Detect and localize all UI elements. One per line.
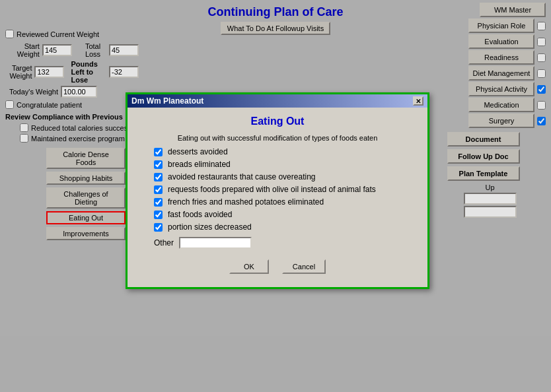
cancel-button[interactable]: Cancel bbox=[282, 259, 326, 274]
breads-checkbox[interactable] bbox=[154, 160, 163, 169]
dialog-title: Dm Wm Planeatout bbox=[131, 96, 203, 106]
dialog-main-title: Eating Out bbox=[141, 115, 414, 127]
fast-foods-checkbox[interactable] bbox=[154, 211, 163, 219]
list-item: avoided restaurants that cause overeatin… bbox=[141, 172, 414, 181]
fast-foods-label: fast foods avoided bbox=[168, 210, 232, 219]
list-item: breads eliminated bbox=[141, 160, 414, 169]
other-input[interactable] bbox=[179, 237, 252, 249]
portion-sizes-label: portion sizes decreased bbox=[168, 222, 252, 232]
restaurants-checkbox[interactable] bbox=[154, 173, 163, 181]
list-item: portion sizes decreased bbox=[141, 222, 414, 232]
list-item: requests foods prepared with olive oil i… bbox=[141, 185, 414, 194]
dialog-subtitle: Eating out with successful modification … bbox=[141, 134, 414, 142]
other-label: Other bbox=[154, 238, 174, 247]
list-item: desserts avoided bbox=[141, 147, 414, 156]
olive-oil-label: requests foods prepared with olive oil i… bbox=[168, 185, 376, 194]
olive-oil-checkbox[interactable] bbox=[154, 185, 163, 194]
eating-out-dialog: Dm Wm Planeatout ✕ Eating Out Eating out… bbox=[126, 92, 429, 289]
dialog-titlebar: Dm Wm Planeatout ✕ bbox=[128, 94, 427, 108]
list-item: fast foods avoided bbox=[141, 210, 414, 219]
desserts-label: desserts avoided bbox=[168, 147, 228, 156]
ok-button[interactable]: OK bbox=[229, 259, 269, 274]
fries-checkbox[interactable] bbox=[154, 198, 163, 207]
desserts-checkbox[interactable] bbox=[154, 148, 163, 156]
dialog-content: Eating Out Eating out with successful mo… bbox=[128, 108, 427, 287]
breads-label: breads eliminated bbox=[168, 160, 231, 169]
list-item: french fries and mashed potatoes elimina… bbox=[141, 197, 414, 207]
dialog-buttons: OK Cancel bbox=[141, 259, 414, 274]
portion-sizes-checkbox[interactable] bbox=[154, 223, 163, 232]
fries-label: french fries and mashed potatoes elimina… bbox=[168, 197, 324, 207]
restaurants-label: avoided restaurants that cause overeatin… bbox=[168, 172, 315, 181]
dialog-close-button[interactable]: ✕ bbox=[413, 96, 423, 106]
other-row: Other bbox=[141, 237, 414, 249]
